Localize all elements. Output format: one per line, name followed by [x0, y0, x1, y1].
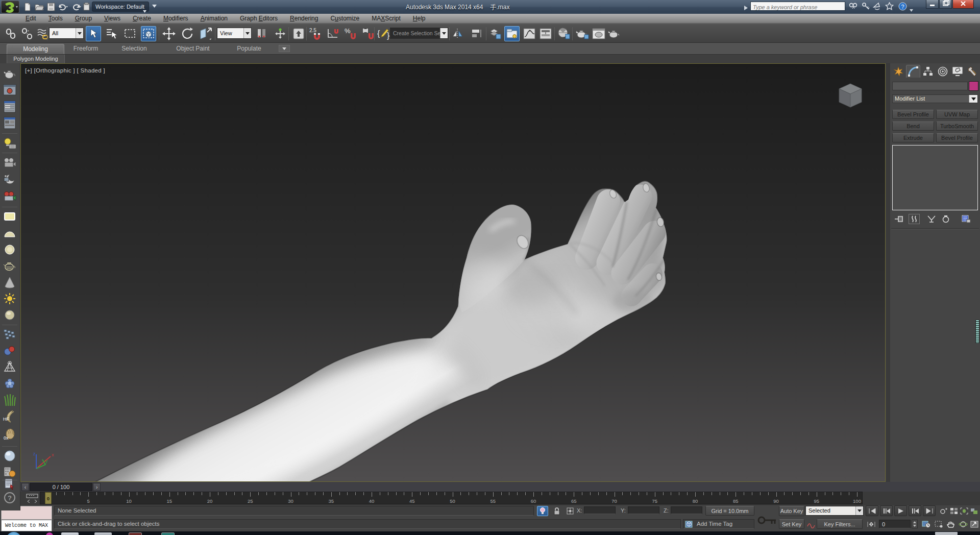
key-filters-curve-icon[interactable]: [805, 519, 817, 529]
align-icon[interactable]: [470, 26, 485, 41]
edit-named-selection-icon[interactable]: {}: [376, 26, 391, 41]
angle-snap-toggle-icon[interactable]: [326, 26, 341, 41]
help-icon[interactable]: ?: [898, 2, 907, 13]
modifier-button-bevel-profile-0[interactable]: Bevel Profile: [892, 110, 934, 119]
sphere-tan2-icon[interactable]: [3, 308, 17, 322]
modifier-stack[interactable]: [892, 145, 978, 210]
auto-key-button[interactable]: Auto Key: [779, 506, 804, 516]
menu-customize[interactable]: Customize: [324, 14, 365, 23]
modifier-button-bevel-profile-5[interactable]: Bevel Profile: [936, 133, 978, 142]
percent-snap-toggle-icon[interactable]: %: [343, 26, 358, 41]
menu-rendering[interactable]: Rendering: [284, 14, 324, 23]
menu-help[interactable]: Help: [407, 14, 432, 23]
windows-taskbar[interactable]: [0, 531, 980, 535]
orbit-icon[interactable]: [958, 519, 969, 529]
open-file-button[interactable]: [35, 3, 44, 11]
modifier-button-bend-2[interactable]: Bend: [892, 121, 934, 131]
next-frame-button[interactable]: ›: [93, 483, 101, 491]
set-keys-button[interactable]: [756, 509, 778, 531]
render-setup-dialog-icon[interactable]: [3, 100, 17, 113]
frame-spinner[interactable]: [912, 520, 918, 528]
use-pivot-point-icon[interactable]: [254, 26, 270, 41]
dome-icon[interactable]: [3, 227, 17, 240]
snaps-toggle-icon[interactable]: 2.5: [308, 26, 324, 41]
previous-frame-key-button[interactable]: [880, 505, 893, 516]
polygon-modeling-panel-tab[interactable]: Polygon Modeling: [7, 55, 65, 64]
ribbon-tab-selection[interactable]: Selection: [107, 44, 161, 54]
layer-manager-icon[interactable]: [488, 26, 503, 41]
modifier-button-uvw-map-1[interactable]: UVW Map: [936, 110, 978, 119]
remove-modifier-icon[interactable]: [940, 214, 951, 224]
x-coordinate-field[interactable]: [584, 506, 616, 514]
selection-filter-dropdown[interactable]: All: [49, 28, 84, 39]
search-icon[interactable]: [849, 2, 858, 12]
make-unique-icon[interactable]: [926, 214, 937, 224]
pan-hand-icon[interactable]: [945, 519, 957, 529]
pin-stack-icon[interactable]: [893, 214, 904, 224]
next-frame-key-button[interactable]: [909, 505, 921, 516]
go-to-end-button[interactable]: [923, 505, 936, 516]
isolate-cube-icon[interactable]: [959, 506, 970, 516]
maximize-viewport-toggle-icon[interactable]: [969, 519, 980, 529]
camera-red-icon[interactable]: [3, 190, 17, 203]
ribbon-tab-modeling[interactable]: Modeling: [7, 44, 64, 54]
light-keyboard-icon[interactable]: [3, 137, 17, 150]
sun-icon[interactable]: [3, 292, 17, 305]
teapot-render-icon[interactable]: [3, 67, 17, 81]
select-and-rotate-icon[interactable]: [180, 26, 195, 41]
modifier-list-dropdown[interactable]: Modifier List: [892, 94, 978, 103]
grid-squares-icon[interactable]: [948, 506, 960, 516]
spinner-snap-toggle-icon[interactable]: [360, 26, 376, 41]
key-step-toggle-icon[interactable]: [866, 519, 877, 529]
taskbar-icon-5[interactable]: [161, 532, 175, 535]
ribbon-tab-object-paint[interactable]: Object Paint: [161, 44, 225, 54]
modify-tab[interactable]: [906, 65, 920, 78]
current-frame-field[interactable]: 0: [879, 520, 911, 528]
unlink-selection-icon[interactable]: *: [19, 26, 35, 41]
reference-coordinate-dropdown[interactable]: View: [217, 28, 252, 39]
configure-modifier-sets-icon[interactable]: [961, 214, 972, 224]
minimize-button[interactable]: [926, 0, 939, 9]
keyboard-shortcut-override-icon[interactable]: [291, 26, 306, 41]
palette-icon[interactable]: [3, 466, 17, 479]
schematic-view-icon[interactable]: [538, 26, 553, 41]
show-end-result-icon[interactable]: [909, 214, 920, 224]
search-box[interactable]: [750, 2, 845, 11]
select-object-button[interactable]: [86, 26, 101, 41]
fur-ox-icon[interactable]: 0x: [3, 428, 17, 441]
play-button[interactable]: [894, 505, 907, 516]
go-to-start-button[interactable]: [866, 505, 878, 516]
camera-icon[interactable]: [3, 156, 17, 169]
sphere-tan-icon[interactable]: [3, 243, 17, 256]
camera-wire-icon[interactable]: [3, 360, 17, 374]
menu-graph-editors[interactable]: Graph Editors: [234, 14, 284, 23]
select-and-manipulate-icon[interactable]: [273, 26, 288, 41]
isolate-selection-icon[interactable]: [537, 506, 548, 516]
selection-region-icon[interactable]: [933, 519, 944, 529]
qat-flyout-icon[interactable]: [152, 5, 157, 13]
y-coordinate-field[interactable]: [628, 506, 659, 514]
menu-tools[interactable]: Tools: [42, 14, 69, 23]
redo-button[interactable]: [70, 3, 82, 11]
create-tab[interactable]: [891, 65, 905, 78]
rendered-frame-icon[interactable]: [3, 83, 17, 96]
taskbar-icon-3[interactable]: [94, 532, 112, 535]
render-production-icon[interactable]: [606, 26, 622, 41]
z-coordinate-field[interactable]: [671, 506, 702, 514]
new-file-button[interactable]: [23, 3, 32, 11]
graphite-ribbon-toggle-button[interactable]: [504, 26, 520, 41]
render-setup-icon[interactable]: [575, 26, 590, 41]
add-time-tag-field[interactable]: Add Time Tag: [683, 519, 754, 529]
ribbon-minimize-icon[interactable]: [279, 45, 290, 54]
material-editor-icon[interactable]: [556, 26, 572, 41]
view-cube[interactable]: [835, 81, 866, 111]
viewport[interactable]: [+] [Orthographic ] [ Shaded ]: [20, 63, 886, 482]
infocenter-expand-icon[interactable]: [744, 3, 748, 12]
environment-dialog-icon[interactable]: [3, 116, 17, 130]
menu-edit[interactable]: Edit: [19, 14, 42, 23]
flower-icon[interactable]: [3, 377, 17, 390]
rectangular-selection-region-icon[interactable]: [122, 26, 138, 41]
menu-animation[interactable]: Animation: [194, 14, 234, 23]
help-flyout-icon[interactable]: [910, 5, 913, 14]
time-slider[interactable]: 0 / 100: [30, 483, 92, 491]
